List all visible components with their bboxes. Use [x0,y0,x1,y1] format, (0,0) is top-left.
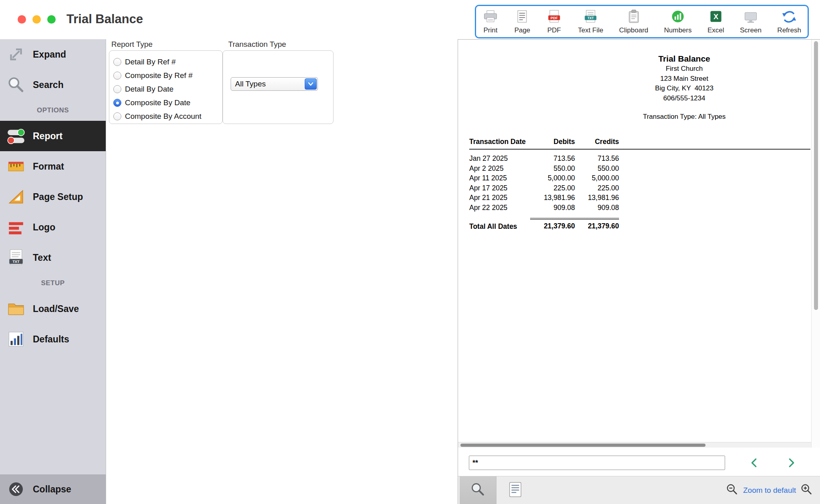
collapse-button[interactable]: Collapse [0,474,106,504]
page-icon [514,9,530,25]
report-search-input[interactable] [469,456,725,470]
refresh-label: Refresh [777,26,801,34]
ruler-icon [5,155,27,178]
cell-credits: 13,981.96 [575,193,619,203]
search-label: Search [33,80,64,90]
previous-match-button[interactable] [747,456,762,470]
sidebar-item-format[interactable]: Format [0,151,106,182]
vertical-scrollbar-thumb[interactable] [814,41,818,310]
cell-debits: 550.00 [530,164,575,174]
next-match-button[interactable] [784,456,798,470]
format-label: Format [33,161,64,172]
report-type-option-label: Detail By Ref # [125,58,176,66]
table-header-row: Transaction Date Debits Credits [469,138,810,149]
text-file-button[interactable]: TXT Text File [578,9,603,34]
sidebar-item-page-setup[interactable]: Page Setup [0,182,106,212]
transaction-type-dropdown[interactable]: All Types [231,77,318,91]
report-type-radio-group: Detail By Ref # Composite By Ref # Detai… [109,51,222,123]
expand-icon [5,43,27,66]
preview-text-tab[interactable] [497,476,534,504]
cell-debits: 909.08 [530,203,575,213]
close-window-button[interactable] [18,15,26,24]
report-type-group-label: Report Type [111,40,153,49]
numbers-button[interactable]: Numbers [664,9,691,34]
report-table: Transaction Date Debits Credits Jan 27 2… [469,138,810,231]
excel-button[interactable]: X Excel [707,9,724,34]
table-spacer-row [469,212,810,219]
defaults-label: Defaults [33,334,69,345]
cell-transaction-date: Apr 17 2025 [469,183,530,193]
sidebar-item-report[interactable]: Report [0,121,106,151]
screen-label: Screen [740,26,762,34]
table-row: Apr 21 2025 13,981.96 13,981.96 [469,193,810,203]
cell-transaction-date: Jan 27 2025 [469,149,530,164]
refresh-button[interactable]: Refresh [777,9,801,34]
bar-chart-icon [5,328,27,350]
search-button[interactable]: Search [0,70,106,100]
report-type-option[interactable]: Composite By Date [113,96,222,110]
numbers-icon [670,9,686,25]
text-page-icon [508,482,522,499]
cell-credits: 5,000.00 [575,173,619,183]
print-button[interactable]: Print [482,9,498,34]
txt-file-icon: TXT [5,246,27,269]
report-type-option[interactable]: Detail By Ref # [113,55,222,69]
cell-credits: 909.08 [575,203,619,213]
folder-icon [5,298,27,320]
clipboard-icon [626,9,642,25]
vertical-scrollbar[interactable] [811,40,820,448]
excel-label: Excel [707,26,724,34]
pdf-button[interactable]: PDF PDF [546,9,562,34]
table-body: Jan 27 2025 713.56 713.56 Apr 2 2025 550… [469,149,810,212]
print-label: Print [484,26,498,34]
horizontal-scrollbar-thumb[interactable] [460,444,705,447]
collapse-label: Collapse [33,484,71,495]
zoom-in-icon[interactable] [800,483,814,498]
report-type-option-label: Composite By Ref # [125,71,193,80]
total-debits: 21,379.60 [530,219,575,231]
magnifier-icon [470,482,486,499]
cell-credits: 713.56 [575,149,619,164]
refresh-icon [781,9,797,25]
setup-section-header: SETUP [0,273,106,294]
preview-zoom-tab[interactable] [460,476,496,504]
zoom-out-icon[interactable] [726,483,739,498]
column-filler [619,138,810,149]
expand-button[interactable]: Expand [0,39,106,70]
radio-button-icon [113,112,121,120]
minimize-window-button[interactable] [32,15,41,24]
report-type-option[interactable]: Detail By Date [113,82,222,96]
sidebar-item-logo[interactable]: Logo [0,212,106,242]
zoom-to-default-link[interactable]: Zoom to default [743,486,796,495]
svg-text:X: X [713,13,718,21]
cell-transaction-date: Apr 2 2025 [469,164,530,174]
collapse-icon [5,478,27,500]
report-type-option[interactable]: Composite By Ref # [113,69,222,82]
window-title: Trial Balance [66,12,143,26]
transaction-type-group: All Types [223,50,334,124]
cell-transaction-date: Apr 11 2025 [469,173,530,183]
radio-button-icon [113,72,121,80]
total-label: Total All Dates [469,219,530,231]
horizontal-scrollbar[interactable] [458,442,811,448]
report-organization: First Church [470,64,811,74]
table-row: Apr 22 2025 909.08 909.08 [469,203,810,213]
page-button[interactable]: Page [514,9,530,34]
window-header: Trial Balance Print Page PDF PDF [0,0,820,39]
sidebar-item-text[interactable]: TXT Text [0,242,106,273]
traffic-lights [18,15,56,24]
sidebar-item-load-save[interactable]: Load/Save [0,294,106,324]
chevron-down-icon[interactable] [305,78,317,90]
screen-button[interactable]: Screen [740,9,762,34]
clipboard-button[interactable]: Clipboard [619,9,648,34]
zoom-window-button[interactable] [47,15,56,24]
radio-button-icon [113,85,121,93]
pdf-icon: PDF [546,9,562,25]
cell-debits: 5,000.00 [530,173,575,183]
svg-text:PDF: PDF [551,16,558,20]
report-type-option[interactable]: Composite By Account [113,110,222,123]
report-type-option-label: Composite By Account [125,112,201,121]
svg-text:TXT: TXT [12,259,20,264]
sidebar-item-defaults[interactable]: Defaults [0,324,106,354]
expand-label: Expand [33,49,66,60]
